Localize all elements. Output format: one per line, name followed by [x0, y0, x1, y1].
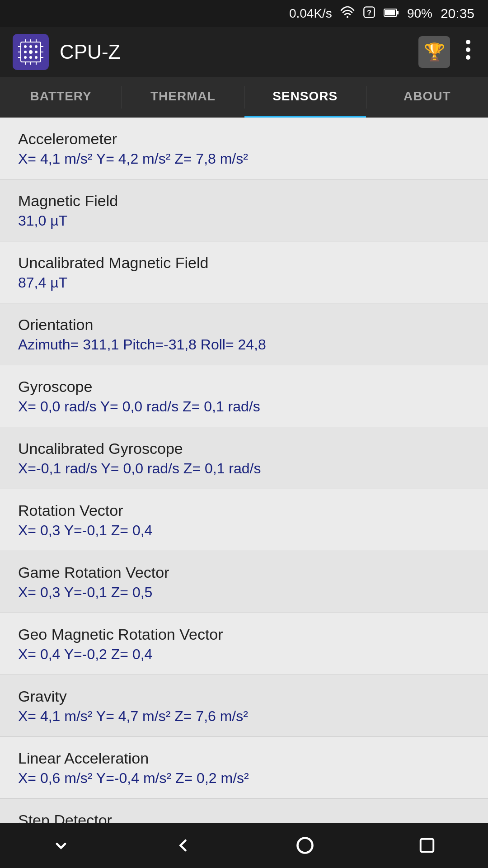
- sensor-name: Game Rotation Vector: [18, 564, 470, 581]
- svg-rect-4: [385, 10, 395, 15]
- svg-point-13: [35, 51, 38, 53]
- tab-battery[interactable]: BATTERY: [0, 77, 122, 118]
- sensor-value: X= 4,1 m/s² Y= 4,2 m/s² Z= 7,8 m/s²: [18, 151, 470, 167]
- sensor-name: Uncalibrated Gyroscope: [18, 440, 470, 458]
- sensor-value: 31,0 µT: [18, 212, 470, 229]
- trophy-button[interactable]: 🏆: [418, 36, 450, 68]
- time: 20:35: [441, 6, 474, 21]
- sensor-name: Accelerometer: [18, 130, 470, 148]
- svg-point-15: [29, 56, 32, 59]
- sensor-value: X= 0,6 m/s² Y=-0,4 m/s² Z= 0,2 m/s²: [18, 770, 470, 787]
- sensor-name: Uncalibrated Magnetic Field: [18, 254, 470, 272]
- sensor-item: Rotation VectorX= 0,3 Y=-0,1 Z= 0,4: [0, 489, 488, 551]
- sensor-item: AccelerometerX= 4,1 m/s² Y= 4,2 m/s² Z= …: [0, 118, 488, 179]
- sensor-name: Gyroscope: [18, 378, 470, 396]
- tab-sensors[interactable]: SENSORS: [244, 77, 366, 118]
- sensor-name: Rotation Vector: [18, 502, 470, 519]
- battery-percent: 90%: [407, 6, 432, 21]
- svg-point-9: [29, 45, 32, 48]
- sensor-item: OrientationAzimuth= 311,1 Pitch=-31,8 Ro…: [0, 303, 488, 365]
- svg-rect-5: [397, 11, 399, 14]
- help-icon: ?: [363, 6, 375, 22]
- sensor-item: Uncalibrated GyroscopeX=-0,1 rad/s Y= 0,…: [0, 427, 488, 489]
- wifi-icon: [340, 6, 355, 22]
- trophy-icon: 🏆: [424, 42, 445, 62]
- sensor-value: X= 4,1 m/s² Y= 4,7 m/s² Z= 7,6 m/s²: [18, 708, 470, 725]
- app-bar: CPU-Z 🏆: [0, 27, 488, 77]
- svg-point-16: [35, 56, 38, 59]
- svg-point-0: [347, 16, 348, 18]
- svg-rect-33: [421, 839, 434, 852]
- sensor-name: Orientation: [18, 316, 470, 334]
- app-title: CPU-Z: [60, 41, 408, 63]
- app-icon: [13, 34, 49, 70]
- sensor-value: X= 0,3 Y=-0,1 Z= 0,5: [18, 584, 470, 601]
- sensor-name: Magnetic Field: [18, 192, 470, 210]
- nav-back-button[interactable]: [165, 827, 201, 863]
- sensor-value: Azimuth= 311,1 Pitch=-31,8 Roll= 24,8: [18, 336, 470, 353]
- svg-point-10: [35, 45, 38, 48]
- nav-bar: [0, 823, 488, 868]
- svg-point-32: [298, 838, 313, 853]
- network-speed: 0.04K/s: [289, 6, 332, 21]
- sensor-name: Geo Magnetic Rotation Vector: [18, 626, 470, 643]
- nav-down-button[interactable]: [43, 827, 79, 863]
- status-bar: 0.04K/s ? 90% 20:35: [0, 0, 488, 27]
- svg-point-30: [466, 47, 470, 52]
- battery-icon: [384, 7, 399, 21]
- more-button[interactable]: [461, 38, 475, 66]
- sensor-item: Game Rotation VectorX= 0,3 Y=-0,1 Z= 0,5: [0, 551, 488, 613]
- sensor-value: X=-0,1 rad/s Y= 0,0 rad/s Z= 0,1 rad/s: [18, 460, 470, 477]
- svg-point-8: [24, 45, 27, 48]
- sensor-name: Gravity: [18, 688, 470, 705]
- sensor-list: AccelerometerX= 4,1 m/s² Y= 4,2 m/s² Z= …: [0, 118, 488, 844]
- sensor-value: X= 0,4 Y=-0,2 Z= 0,4: [18, 646, 470, 663]
- tab-bar: BATTERY THERMAL SENSORS ABOUT: [0, 77, 488, 118]
- sensor-name: Linear Acceleration: [18, 750, 470, 767]
- tab-thermal[interactable]: THERMAL: [122, 77, 244, 118]
- sensor-value: 87,4 µT: [18, 274, 470, 291]
- sensor-item: GravityX= 4,1 m/s² Y= 4,7 m/s² Z= 7,6 m/…: [0, 675, 488, 737]
- tab-about[interactable]: ABOUT: [366, 77, 488, 118]
- nav-home-button[interactable]: [287, 827, 323, 863]
- svg-point-12: [29, 50, 33, 54]
- nav-recent-button[interactable]: [409, 827, 445, 863]
- svg-point-29: [466, 40, 470, 44]
- svg-point-31: [466, 55, 470, 60]
- sensor-item: Geo Magnetic Rotation VectorX= 0,4 Y=-0,…: [0, 613, 488, 675]
- sensor-value: X= 0,0 rad/s Y= 0,0 rad/s Z= 0,1 rad/s: [18, 398, 470, 415]
- sensor-value: X= 0,3 Y=-0,1 Z= 0,4: [18, 522, 470, 539]
- sensor-item: Magnetic Field31,0 µT: [0, 179, 488, 241]
- sensor-item: GyroscopeX= 0,0 rad/s Y= 0,0 rad/s Z= 0,…: [0, 365, 488, 427]
- svg-text:?: ?: [367, 9, 371, 17]
- sensor-item: Uncalibrated Magnetic Field87,4 µT: [0, 241, 488, 303]
- sensor-item: Linear AccelerationX= 0,6 m/s² Y=-0,4 m/…: [0, 737, 488, 799]
- svg-point-11: [24, 51, 27, 53]
- svg-point-14: [24, 56, 27, 59]
